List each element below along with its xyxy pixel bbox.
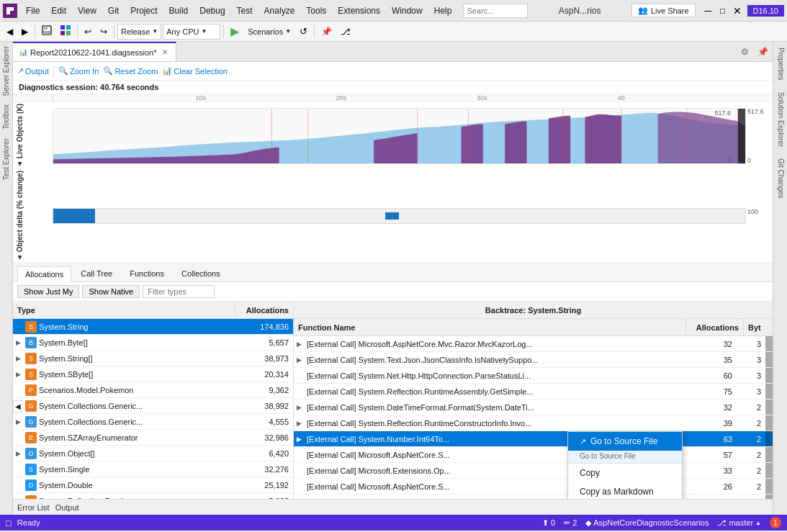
tab-collections[interactable]: Collections	[174, 266, 228, 281]
refresh-button[interactable]: ↺	[296, 24, 311, 39]
back-button[interactable]: ◀	[3, 24, 17, 39]
svg-rect-7	[66, 31, 71, 35]
menu-debug[interactable]: Debug	[194, 4, 230, 17]
tab-call-tree[interactable]: Call Tree	[73, 266, 120, 281]
show-just-my-btn[interactable]: Show Just My	[17, 285, 79, 298]
undo-button[interactable]: ↩	[81, 24, 95, 39]
th-function-name: Function Name	[294, 319, 686, 335]
tab-settings-btn[interactable]: ⚙	[737, 42, 753, 61]
output-tab[interactable]: Output	[55, 503, 79, 512]
table-row[interactable]: [External Call] System.Net.Http.HttpConn…	[294, 368, 773, 384]
live-share-btn[interactable]: 👥 Live Share	[631, 4, 696, 17]
table-row[interactable]: S System.String 174,836	[13, 319, 293, 335]
release-dropdown[interactable]: Release ▼	[117, 24, 161, 40]
table-row[interactable]: ▶ S System.String[] 38,973	[13, 351, 293, 366]
clear-selection-btn[interactable]: 📊 Clear Selection	[162, 66, 228, 76]
menu-window[interactable]: Window	[386, 4, 428, 17]
table-row[interactable]: [External Call] Microsoft.AspNetCore.S..…	[294, 479, 773, 495]
menu-project[interactable]: Project	[125, 4, 163, 17]
menu-file[interactable]: File	[20, 4, 45, 17]
type-icon: P	[25, 384, 37, 396]
scenarios-dropdown[interactable]: Scenarios ▼	[244, 26, 294, 37]
type-icon: R	[25, 495, 37, 499]
table-row[interactable]: ▶ O System.Object[] 6,420	[13, 446, 293, 461]
cursor-icon: ↗	[580, 437, 586, 446]
pin-button[interactable]: 📌	[318, 24, 336, 39]
table-row[interactable]: D System.Double 25,192	[13, 477, 293, 493]
error-list-tab[interactable]: Error List	[17, 503, 50, 512]
sidebar-item-toolbox[interactable]: Toolbox	[0, 100, 12, 133]
tab-pin-btn[interactable]: 📌	[753, 42, 773, 61]
active-tab[interactable]: 📊 Report20210622-1041.diagsession* ✕	[13, 42, 176, 61]
cpu-dropdown[interactable]: Any CPU ▼	[163, 24, 220, 40]
table-row[interactable]: R System.Reflection.Runtime... 5,366	[13, 493, 293, 499]
ctx-item-go-to-source[interactable]: ↗ Go to Source File	[568, 432, 682, 451]
sidebar-item-git-changes[interactable]: Git Changes	[773, 153, 787, 204]
menu-git[interactable]: Git	[102, 4, 125, 17]
type-icon: B	[25, 337, 37, 348]
tab-allocations[interactable]: Allocations	[17, 266, 71, 282]
sidebar-item-solution-explorer[interactable]: Solution Explorer	[773, 86, 787, 153]
search-input[interactable]	[463, 4, 528, 18]
branch-indicator[interactable]: ⎇ master ▲	[717, 518, 761, 528]
reset-zoom-btn[interactable]: 🔍 Reset Zoom	[103, 66, 158, 76]
table-row[interactable]: ▶ S System.SByte[] 20,314	[13, 366, 293, 382]
delta-chart[interactable]	[53, 208, 746, 224]
output-btn[interactable]: ↗ Output	[17, 66, 49, 76]
tab-functions[interactable]: Functions	[122, 266, 172, 281]
show-native-btn[interactable]: Show Native	[82, 285, 140, 298]
filter-types-input[interactable]	[143, 285, 215, 298]
run-button[interactable]: ▶	[227, 22, 243, 40]
menu-tools[interactable]: Tools	[300, 4, 332, 17]
table-row[interactable]: [External Call] Microsoft.AspNetCore.S..…	[294, 447, 773, 463]
marker-10s: 10s	[194, 94, 334, 102]
sidebar-item-test-explorer[interactable]: Test Explorer	[0, 134, 12, 184]
table-row[interactable]: ▶ G System.Collections.Generic... 38,992	[13, 398, 293, 414]
close-button[interactable]: ✕	[730, 5, 745, 17]
filter-bar: Show Just My Show Native	[13, 282, 773, 302]
git-button[interactable]: ⎇	[337, 24, 354, 39]
live-objects-chart[interactable]: 517.6 0	[53, 108, 746, 164]
save-button[interactable]	[38, 23, 55, 40]
table-row[interactable]: [External Call] Microsoft.Extensions.Op.…	[294, 463, 773, 479]
minimize-button[interactable]: ─	[701, 5, 716, 17]
forward-button[interactable]: ▶	[18, 24, 32, 39]
sidebar-item-properties[interactable]: Properties	[773, 42, 787, 86]
tab-close-icon[interactable]: ✕	[160, 48, 170, 57]
table-row[interactable]: E System.SZArrayEnumerator 32,986	[13, 430, 293, 446]
table-row[interactable]: ▶ [External Call] System.DateTimeFormat.…	[294, 400, 773, 415]
redo-button[interactable]: ↪	[96, 24, 111, 39]
release-arrow-icon: ▼	[152, 28, 158, 35]
table-row[interactable]: ▶ [External Call] System.Reflection.Runt…	[294, 415, 773, 431]
table-row[interactable]: ▶ B System.Byte[] 5,657	[13, 335, 293, 351]
right-table-pane: Backtrace: System.String Function Name A…	[294, 302, 773, 499]
notification-badge[interactable]: 1	[770, 517, 781, 528]
bottom-tabs: Error List Output	[13, 499, 773, 515]
table-row[interactable]: [External Call] System.Reflection.Runtim…	[294, 384, 773, 400]
menu-view[interactable]: View	[72, 4, 102, 17]
table-row[interactable]: S System.Single 32,276	[13, 461, 293, 477]
table-row[interactable]: P Scenarios.Model.Pokemon 9,362	[13, 382, 293, 398]
selected-table-row[interactable]: ▶ [External Call] System.Number.Int64To.…	[294, 431, 773, 447]
table-row[interactable]: ▶ [External Call] Microsoft.EntityFramew…	[294, 495, 773, 499]
menu-build[interactable]: Build	[163, 4, 194, 17]
errors-indicator[interactable]: ⬆ 0	[542, 518, 555, 528]
build-btn[interactable]	[57, 23, 74, 40]
maximize-button[interactable]: □	[716, 6, 730, 16]
menu-help[interactable]: Help	[428, 4, 458, 17]
table-row[interactable]: ▶ G System.Collections.Generic... 4,555	[13, 414, 293, 430]
ctx-item-copy[interactable]: Copy	[568, 464, 682, 482]
ctx-item-copy-markdown[interactable]: Copy as Markdown	[568, 482, 682, 499]
table-row[interactable]: ▶ [External Call] Microsoft.AspNetCore.M…	[294, 336, 773, 352]
menu-extensions[interactable]: Extensions	[332, 4, 386, 17]
zoom-in-btn[interactable]: 🔍 Zoom In	[58, 66, 99, 76]
menu-analyze[interactable]: Analyze	[258, 4, 301, 17]
tab-file-icon: 📊	[19, 48, 27, 56]
table-row[interactable]: ▶ [External Call] System.Text.Json.JsonC…	[294, 352, 773, 368]
scroll-left[interactable]: ◀	[13, 400, 23, 412]
menu-edit[interactable]: Edit	[45, 4, 72, 17]
sidebar-item-server-explorer[interactable]: Server Explorer	[0, 42, 12, 100]
warnings-indicator[interactable]: ✏ 2	[564, 518, 577, 528]
type-icon: S	[25, 464, 37, 475]
menu-test[interactable]: Test	[231, 4, 258, 17]
